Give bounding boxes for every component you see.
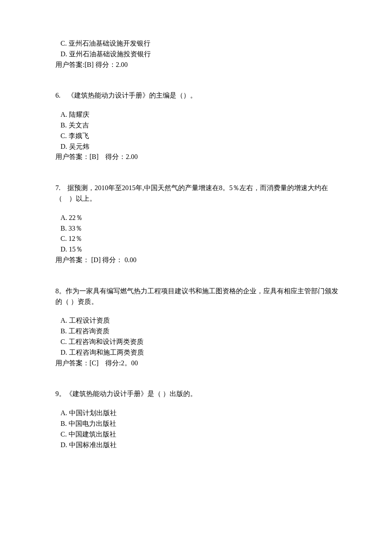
option-c: C. 李娥飞 [55,131,341,142]
option-b: B. 关文吉 [55,120,341,131]
option-b: B. 中国电力出版社 [55,419,341,429]
option-text: 15％ [69,246,83,253]
option-label: B. [61,419,67,429]
option-label: D. [61,142,67,152]
option-d: D. 中国标准出版社 [55,440,341,451]
option-label: C. [61,131,67,142]
user-answer: 用户答案：[B] 得分：2.00 [55,152,341,162]
option-a: A. 中国计划出版社 [55,408,341,419]
user-answer: 用户答案:[B] 得分：2.00 [55,60,341,70]
option-label: A. [61,110,67,120]
option-text: 12％ [69,235,82,242]
option-c: C. 工程咨询和设计两类资质 [55,337,341,347]
option-text: 吴元炜 [69,143,89,150]
question-stem: 6. 《建筑热能动力设计手册》的主编是（）。 [55,90,341,101]
option-label: C. [61,337,67,347]
option-label: C. [61,234,67,244]
option-text: 工程咨询和设计两类资质 [69,338,144,345]
option-text: 工程咨询和施工两类资质 [69,349,144,356]
option-b: B. 工程咨询资质 [55,326,341,337]
user-answer: 用户答案： [D] 得分： 0.00 [55,255,341,266]
question-7: 7. 据预测，2010年至2015年,中国天然气的产量增速在8。5％左右，而消费… [55,183,341,266]
question-stem: 8。作为一家具有编写燃气热力工程项目建议书和施工图资格的企业，应具有相应主管部门… [55,286,341,307]
option-label: A. [61,213,67,223]
option-text: 中国标准出版社 [69,441,117,448]
option-a: A. 22％ [55,213,341,223]
question-6: 6. 《建筑热能动力设计手册》的主编是（）。 A. 陆耀庆 B. 关文吉 C. … [55,90,341,162]
option-label: D. [61,49,67,60]
option-label: B. [61,120,67,131]
option-text: 22％ [69,214,83,221]
option-label: A. [61,408,67,419]
option-a: A. 工程设计资质 [55,315,341,326]
option-label: B. [61,326,67,337]
option-text: 工程设计资质 [69,317,110,324]
question-9: 9。《建筑热能动力设计手册》是（ ）出版的。 A. 中国计划出版社 B. 中国电… [55,389,341,450]
question-5-tail: C. 亚州石油基础设施开发银行 D. 亚州石油基础设施投资银行 用户答案:[B]… [55,38,341,70]
option-label: D. [61,244,67,255]
option-c: C. 中国建筑出版社 [55,429,341,440]
option-a: A. 陆耀庆 [55,110,341,120]
option-label: D. [61,440,67,451]
option-text: 工程咨询资质 [69,327,110,335]
option-d: D. 吴元炜 [55,142,341,152]
option-label: D. [61,347,67,358]
option-text: 中国电力出版社 [69,420,116,427]
option-c: C. 12％ [55,234,341,244]
option-text: 李娥飞 [69,132,89,139]
option-label: A. [61,315,67,326]
option-text: 亚州石油基础设施投资银行 [69,50,151,58]
option-text: 陆耀庆 [69,111,89,118]
option-d: D. 工程咨询和施工两类资质 [55,347,341,358]
option-text: 关文吉 [69,121,89,129]
option-text: 33％ [69,225,82,232]
option-text: 中国建筑出版社 [69,431,116,438]
question-8: 8。作为一家具有编写燃气热力工程项目建议书和施工图资格的企业，应具有相应主管部门… [55,286,341,369]
option-d: D. 亚州石油基础设施投资银行 [55,49,341,60]
user-answer: 用户答案：[C] 得分:2。00 [55,358,341,369]
option-label: B. [61,223,67,234]
option-b: B. 33％ [55,223,341,234]
option-d: D. 15％ [55,244,341,255]
option-c: C. 亚州石油基础设施开发银行 [55,38,341,49]
option-label: C. [61,429,67,440]
option-label: C. [61,38,67,49]
question-stem: 7. 据预测，2010年至2015年,中国天然气的产量增速在8。5％左右，而消费… [55,183,341,204]
question-stem: 9。《建筑热能动力设计手册》是（ ）出版的。 [55,389,341,399]
option-text: 亚州石油基础设施开发银行 [69,40,150,47]
option-text: 中国计划出版社 [69,409,117,416]
